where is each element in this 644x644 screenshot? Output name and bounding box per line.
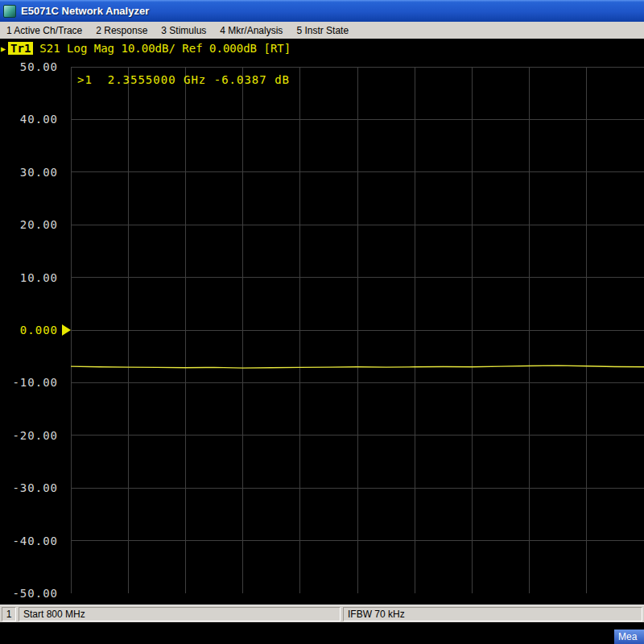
y-tick-label: 30.00 [20, 166, 58, 179]
trace-plot [71, 67, 644, 593]
y-tick-label: -40.00 [12, 535, 58, 547]
y-tick-label: 40.00 [20, 113, 58, 126]
menu-item-response[interactable]: 2 Response [96, 25, 147, 36]
app-icon [3, 5, 16, 18]
softkey-menu-fragment[interactable]: Mea [614, 630, 644, 644]
reference-level-marker-icon [62, 324, 71, 336]
graph-area: 50.00 40.00 30.00 20.00 10.00 0.000 -10.… [0, 58, 644, 605]
ifbw-label: IFBW 70 kHz [343, 607, 642, 621]
trace-badge[interactable]: Tr1 [8, 42, 33, 55]
plot-grid: >1 2.3555000 GHz -6.0387 dB [71, 67, 644, 593]
analyzer-window: E5071C Network Analyzer 1 Active Ch/Trac… [0, 0, 644, 644]
menu-item-active-ch-trace[interactable]: 1 Active Ch/Trace [6, 25, 82, 36]
y-tick-label: -10.00 [12, 376, 58, 389]
y-tick-label: -50.00 [12, 587, 58, 600]
y-tick-label: -20.00 [12, 429, 58, 442]
title-bar[interactable]: E5071C Network Analyzer [0, 0, 644, 22]
trace-info-bar: ▶ Tr1 S21 Log Mag 10.00dB/ Ref 0.000dB [… [0, 39, 644, 58]
menu-item-mkr-analysis[interactable]: 4 Mkr/Analysis [220, 25, 283, 36]
active-trace-arrow-icon: ▶ [1, 44, 6, 53]
start-frequency-label: Start 800 MHz [19, 607, 341, 621]
y-tick-label-reference: 0.000 [20, 324, 58, 336]
y-tick-label: 20.00 [20, 218, 58, 231]
y-tick-label: -30.00 [12, 481, 58, 494]
menu-bar: 1 Active Ch/Trace 2 Response 3 Stimulus … [0, 22, 644, 39]
y-axis-labels: 50.00 40.00 30.00 20.00 10.00 0.000 -10.… [0, 67, 64, 593]
bottom-strip: Mea [0, 622, 644, 644]
status-bar: 1 Start 800 MHz IFBW 70 kHz [0, 605, 644, 622]
window-title: E5071C Network Analyzer [21, 5, 149, 17]
y-tick-label: 10.00 [20, 271, 58, 284]
menu-item-instr-state[interactable]: 5 Instr State [296, 25, 349, 36]
menu-item-stimulus[interactable]: 3 Stimulus [161, 25, 206, 36]
channel-indicator: 1 [2, 607, 16, 621]
marker-readout: >1 2.3555000 GHz -6.0387 dB [77, 73, 290, 86]
trace-settings-text[interactable]: S21 Log Mag 10.00dB/ Ref 0.000dB [RT] [39, 42, 291, 55]
y-tick-label: 50.00 [20, 60, 58, 73]
